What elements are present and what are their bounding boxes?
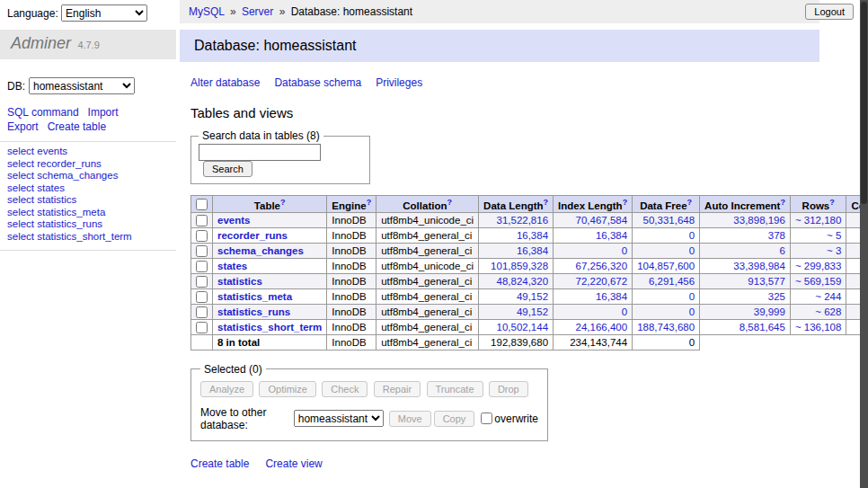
sidebar-item-select-schema-changes[interactable]: select schema_changes — [7, 170, 118, 181]
row-checkbox[interactable] — [196, 245, 208, 257]
truncate-button[interactable]: Truncate — [427, 381, 483, 397]
data-free-link[interactable]: 188,743,680 — [637, 322, 695, 333]
vertical-scrollbar[interactable] — [860, 0, 868, 488]
db-select[interactable]: homeassistant — [29, 77, 135, 94]
scrollbar-thumb[interactable] — [861, 2, 867, 204]
index-length-link[interactable]: 72,220,672 — [576, 276, 628, 287]
data-length-link[interactable]: 16,384 — [517, 245, 548, 256]
auto-increment-link[interactable]: 33,898,196 — [733, 215, 785, 226]
column-help-link[interactable]: ? — [780, 198, 785, 207]
sidebar-item-select-statistics-short-term[interactable]: select statistics_short_term — [7, 231, 132, 242]
table-link[interactable]: states — [217, 261, 247, 271]
move-database-select[interactable]: homeassistant — [294, 410, 384, 427]
database-schema-link[interactable]: Database schema — [274, 76, 361, 89]
search-button[interactable]: Search — [203, 161, 252, 177]
breadcrumb-link-mysql[interactable]: MySQL — [189, 5, 225, 18]
data-free-link[interactable]: 0 — [689, 245, 695, 256]
select-all-checkbox[interactable] — [196, 199, 208, 210]
auto-increment-link[interactable]: 378 — [768, 230, 785, 241]
sidebar-item-select-recorder-runs[interactable]: select recorder_runs — [7, 158, 102, 169]
row-checkbox[interactable] — [196, 261, 208, 272]
row-checkbox[interactable] — [196, 215, 208, 226]
rows-count-link[interactable]: ~ 244 — [815, 291, 841, 302]
analyze-button[interactable]: Analyze — [200, 381, 253, 397]
column-help-link[interactable]: ? — [367, 198, 372, 207]
table-link[interactable]: recorder_runs — [217, 230, 288, 241]
sidebar-item-select-statistics-meta[interactable]: select statistics_meta — [7, 207, 105, 217]
auto-increment-link[interactable]: 33,398,984 — [733, 261, 785, 271]
rows-count-link[interactable]: ~ 628 — [815, 306, 841, 317]
sql-command-link[interactable]: SQL command — [7, 106, 79, 119]
table-link[interactable]: statistics — [217, 276, 262, 287]
data-length-link[interactable]: 49,152 — [517, 291, 548, 302]
column-help-link[interactable]: ? — [687, 198, 693, 207]
copy-button[interactable]: Copy — [434, 411, 475, 427]
auto-increment-link[interactable]: 6 — [780, 245, 785, 256]
index-length-link[interactable]: 70,467,584 — [576, 215, 628, 226]
column-help-link[interactable]: ? — [829, 198, 835, 207]
sidebar-item-select-statistics[interactable]: select statistics — [7, 194, 76, 205]
table-link[interactable]: schema_changes — [217, 245, 304, 256]
sidebar-item-select-events[interactable]: select events — [7, 146, 67, 156]
check-button[interactable]: Check — [322, 381, 368, 397]
alter-database-link[interactable]: Alter database — [190, 76, 260, 89]
table-link[interactable]: statistics_meta — [217, 291, 292, 302]
column-help-link[interactable]: ? — [280, 198, 286, 207]
breadcrumb-link-server[interactable]: Server — [242, 5, 273, 18]
overwrite-checkbox[interactable] — [481, 413, 492, 424]
index-length-link[interactable]: 16,384 — [596, 291, 627, 302]
auto-increment-link[interactable]: 39,999 — [754, 306, 785, 317]
data-free-link[interactable]: 0 — [689, 306, 695, 317]
row-checkbox[interactable] — [196, 276, 208, 288]
data-length-link[interactable]: 10,502,144 — [497, 322, 549, 333]
create-table-link-main[interactable]: Create table — [190, 457, 249, 470]
index-length-link[interactable]: 0 — [622, 245, 627, 256]
rows-count-link[interactable]: ~ 136,108 — [795, 322, 841, 333]
rows-count-link[interactable]: ~ 569,159 — [795, 276, 841, 287]
rows-count-link[interactable]: ~ 299,833 — [795, 261, 841, 271]
sidebar-item-select-statistics-runs[interactable]: select statistics_runs — [7, 218, 102, 229]
table-link[interactable]: events — [217, 215, 250, 226]
auto-increment-link[interactable]: 913,577 — [748, 276, 785, 287]
data-length-link[interactable]: 48,824,320 — [497, 276, 549, 287]
row-checkbox[interactable] — [196, 230, 208, 242]
index-length-link[interactable]: 67,256,320 — [576, 261, 628, 271]
data-length-link[interactable]: 16,384 — [517, 230, 548, 241]
column-help-link[interactable]: ? — [447, 198, 452, 207]
language-select[interactable]: English — [61, 4, 147, 22]
create-view-link[interactable]: Create view — [265, 457, 322, 470]
rows-count-link[interactable]: ~ 5 — [827, 230, 841, 241]
table-link[interactable]: statistics_short_term — [217, 322, 322, 333]
data-length-link[interactable]: 31,522,816 — [497, 215, 549, 226]
sidebar-item-select-states[interactable]: select states — [7, 182, 65, 193]
import-link[interactable]: Import — [88, 106, 119, 119]
rows-count-link[interactable]: ~ 312,180 — [795, 215, 841, 226]
privileges-link[interactable]: Privileges — [376, 76, 422, 89]
data-free-link[interactable]: 0 — [689, 291, 695, 302]
row-checkbox[interactable] — [196, 322, 208, 333]
column-help-link[interactable]: ? — [623, 198, 628, 207]
data-free-link[interactable]: 50,331,648 — [643, 215, 695, 226]
data-length-link[interactable]: 49,152 — [517, 306, 548, 317]
rows-count-link[interactable]: ~ 3 — [827, 245, 841, 256]
table-link[interactable]: statistics_runs — [217, 306, 290, 317]
index-length-link[interactable]: 0 — [622, 306, 627, 317]
auto-increment-link[interactable]: 8,581,645 — [740, 322, 785, 333]
drop-button[interactable]: Drop — [489, 381, 528, 397]
row-checkbox[interactable] — [196, 306, 208, 318]
move-button[interactable]: Move — [389, 411, 431, 427]
data-length-link[interactable]: 101,859,328 — [491, 261, 548, 271]
optimize-button[interactable]: Optimize — [259, 381, 315, 397]
create-table-link[interactable]: Create table — [48, 120, 106, 133]
logout-button[interactable]: Logout — [805, 4, 854, 20]
search-input[interactable] — [199, 144, 321, 161]
data-free-link[interactable]: 0 — [689, 230, 695, 241]
data-free-link[interactable]: 6,291,456 — [649, 276, 695, 287]
export-link[interactable]: Export — [7, 120, 39, 133]
row-checkbox[interactable] — [196, 291, 208, 303]
index-length-link[interactable]: 24,166,400 — [576, 322, 628, 333]
column-help-link[interactable]: ? — [544, 198, 549, 207]
data-free-link[interactable]: 104,857,600 — [637, 261, 695, 271]
index-length-link[interactable]: 16,384 — [596, 230, 627, 241]
auto-increment-link[interactable]: 325 — [768, 291, 785, 302]
